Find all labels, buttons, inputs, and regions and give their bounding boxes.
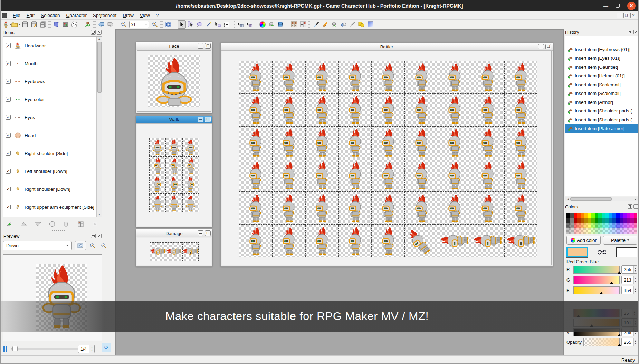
palette-swatch[interactable] xyxy=(574,223,577,228)
sprite-cell[interactable] xyxy=(239,159,272,192)
sprite-cell[interactable] xyxy=(239,126,272,159)
sprite-cell[interactable] xyxy=(239,61,272,94)
rect-select-tool-button[interactable] xyxy=(187,20,195,29)
preview-canvas[interactable] xyxy=(3,254,102,341)
damage-window[interactable]: Damage —☐ xyxy=(136,229,212,267)
sprite-cell[interactable] xyxy=(504,225,537,257)
mdi-minimize-icon[interactable]: — xyxy=(617,13,622,18)
sprite-cell[interactable] xyxy=(149,156,166,175)
palette-swatch[interactable] xyxy=(634,223,637,228)
sprite-cell[interactable] xyxy=(166,194,182,212)
history-entry[interactable]: Insert item [Gauntlet] xyxy=(565,63,638,72)
sprite-cell[interactable] xyxy=(305,225,338,257)
item-row[interactable]: ✓ Right shoulder [Side] xyxy=(3,144,102,162)
palette-swatch[interactable] xyxy=(598,228,602,234)
history-entry[interactable]: Insert item [Eyes (01)] xyxy=(565,54,638,63)
walk-maximize-icon[interactable]: ☐ xyxy=(205,117,211,122)
gradient-tool-button[interactable] xyxy=(366,20,374,29)
sprite-cell[interactable] xyxy=(272,192,305,225)
select-frame-content-alt-button[interactable] xyxy=(245,20,253,29)
sprite-cell[interactable] xyxy=(405,192,438,225)
sprite-cell[interactable] xyxy=(504,126,537,159)
face-window[interactable]: Face —☐ xyxy=(136,42,212,113)
add-color-button[interactable]: Add color xyxy=(566,236,601,245)
new-character-button[interactable] xyxy=(3,20,11,29)
sprite-cell[interactable] xyxy=(438,126,471,159)
item-row[interactable]: ✓ Right shoulder [Down] xyxy=(3,180,102,198)
sprite-cell[interactable] xyxy=(338,192,372,225)
duplicate-item-button[interactable] xyxy=(61,220,71,228)
sprite-cell[interactable] xyxy=(166,156,182,175)
palette-swatch[interactable] xyxy=(612,213,616,218)
eyedropper-tool-button[interactable] xyxy=(312,20,321,29)
menu-draw[interactable]: Draw xyxy=(120,12,137,19)
palette-swatch[interactable] xyxy=(591,213,595,218)
sprite-cell[interactable] xyxy=(182,156,199,175)
g-slider[interactable] xyxy=(573,276,620,284)
sprite-cell[interactable] xyxy=(372,94,405,126)
palette-swatch[interactable] xyxy=(581,223,584,228)
sprite-cell[interactable] xyxy=(504,192,537,225)
palette-swatch[interactable] xyxy=(630,218,634,223)
palette-swatch[interactable] xyxy=(634,213,637,218)
sprite-cell[interactable] xyxy=(166,138,182,156)
sprite-cell[interactable] xyxy=(338,61,372,94)
sprite-cell[interactable] xyxy=(338,126,372,159)
history-entry[interactable]: Insert item [Scalemail] xyxy=(565,80,638,89)
scroll-down-icon[interactable]: ▼ xyxy=(98,212,101,217)
r-spinner[interactable]: 255▲▼ xyxy=(621,265,637,274)
menu-spritesheet[interactable]: Spritesheet xyxy=(90,12,120,19)
item-row[interactable]: ✓ Headwear xyxy=(3,37,102,55)
palette-swatch[interactable] xyxy=(588,218,591,223)
fill-tool-button[interactable] xyxy=(330,20,338,29)
palette-swatch[interactable] xyxy=(623,228,627,234)
palette-swatch[interactable] xyxy=(605,228,609,234)
palette-swatch[interactable] xyxy=(584,213,588,218)
sprite-cell[interactable] xyxy=(471,126,504,159)
sprite-cell[interactable] xyxy=(372,159,405,192)
palette-swatch[interactable] xyxy=(630,223,634,228)
sprite-cell[interactable] xyxy=(438,225,471,257)
item-checkbox[interactable]: ✓ xyxy=(6,133,11,138)
sprite-cell[interactable] xyxy=(166,242,182,261)
sprite-cell[interactable] xyxy=(504,159,537,192)
shrink-selection-button[interactable] xyxy=(222,20,231,29)
palette-swatch[interactable] xyxy=(627,228,630,234)
sprite-cell[interactable] xyxy=(471,159,504,192)
eraser-tool-button[interactable] xyxy=(339,20,347,29)
item-row[interactable]: ✓ Right upper arm equipment [Side] xyxy=(3,198,102,216)
palette-select[interactable]: Palette xyxy=(603,236,637,245)
walk-minimize-icon[interactable]: — xyxy=(198,117,203,122)
palette-swatch[interactable] xyxy=(566,218,570,223)
undo-button[interactable] xyxy=(97,20,105,29)
face-minimize-icon[interactable]: — xyxy=(198,43,203,49)
v-spinner[interactable]: 255▲▼ xyxy=(621,328,637,336)
sprite-cell[interactable] xyxy=(239,192,272,225)
battler-window-titlebar[interactable]: Battler —☐ xyxy=(221,43,553,51)
palette-swatch[interactable] xyxy=(588,213,591,218)
scroll-thumb[interactable] xyxy=(97,42,102,93)
palette-swatch[interactable] xyxy=(570,223,573,228)
palette-swatch[interactable] xyxy=(630,213,634,218)
sprite-cell[interactable] xyxy=(471,192,504,225)
magic-wand-tool-button[interactable] xyxy=(204,20,213,29)
character-generator-button[interactable] xyxy=(84,20,92,29)
item-checkbox[interactable]: ✓ xyxy=(6,115,11,120)
preview-direction-select[interactable]: Down xyxy=(3,241,72,250)
items-scrollbar[interactable]: ▲ ▼ xyxy=(96,37,102,217)
palette-swatch[interactable] xyxy=(570,213,573,218)
palette-swatch[interactable] xyxy=(605,213,609,218)
menu-view[interactable]: View xyxy=(137,12,153,19)
select-frame-tool-button[interactable] xyxy=(213,20,222,29)
palette-swatch[interactable] xyxy=(623,213,627,218)
face-window-titlebar[interactable]: Face —☐ xyxy=(136,42,212,50)
palette-swatch[interactable] xyxy=(612,218,616,223)
redo-button[interactable] xyxy=(106,20,114,29)
history-close-icon[interactable] xyxy=(633,30,638,34)
palette-swatch[interactable] xyxy=(591,218,595,223)
add-item-button[interactable] xyxy=(4,220,15,228)
lasso-tool-button[interactable] xyxy=(195,20,204,29)
sprite-cell[interactable] xyxy=(305,61,338,94)
item-row[interactable]: ✓ Head xyxy=(3,126,102,144)
history-entry[interactable]: Insert item [Eyebrows (01)] xyxy=(565,45,638,54)
